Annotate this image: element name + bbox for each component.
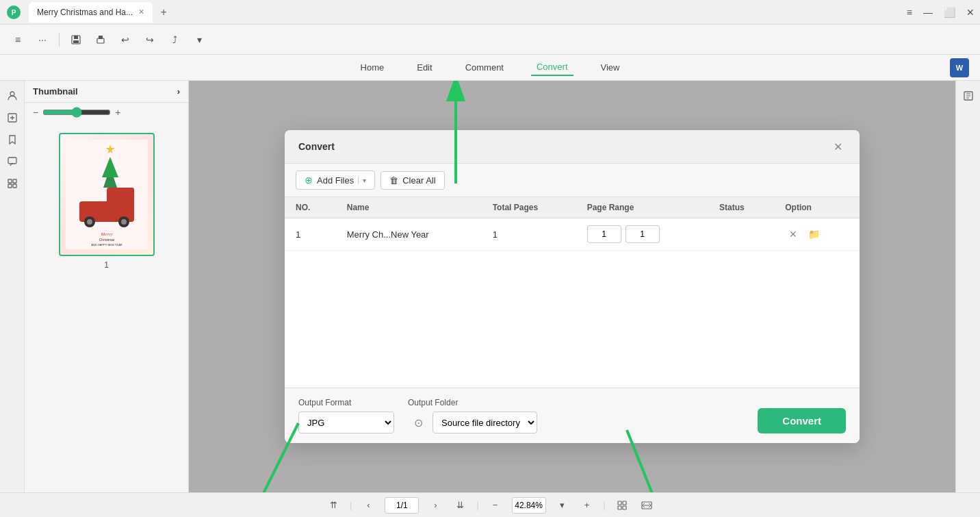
table-row: 1 Merry Ch...New Year 1 [285,218,860,251]
output-format-field: Output Format JPG PNG BMP TIFF [298,398,394,433]
output-folder-select[interactable]: Source file directory [433,412,537,433]
add-files-label: Add Files [317,175,354,186]
zoom-slider-container [42,107,111,118]
svg-text:AND HAPPY NEW YEAR: AND HAPPY NEW YEAR [91,243,122,247]
page-from-input[interactable] [587,225,621,243]
svg-rect-13 [8,184,12,188]
svg-point-21 [121,219,127,225]
svg-text:Merry: Merry [100,231,113,237]
maximize-button[interactable]: ⬜ [944,7,955,18]
svg-rect-7 [99,41,103,42]
sidebar-bookmark-icon[interactable] [3,130,22,149]
tab-title: Merry Christmas and Ha... [37,8,133,17]
modal-footer: Output Format JPG PNG BMP TIFF Output Fo… [285,388,860,443]
col-status: Status [708,197,774,218]
redo-button[interactable]: ↪ [140,30,159,49]
minimize-button[interactable]: — [923,7,933,18]
thumbnail-inner: Merry Christmas AND HAPPY NEW YEAR [60,134,153,255]
clear-all-button[interactable]: 🗑 Clear All [381,171,444,190]
menu-edit[interactable]: Edit [411,60,437,75]
last-page-button[interactable]: ⇊ [452,497,468,514]
thumbnail-item[interactable]: Merry Christmas AND HAPPY NEW YEAR 1 [59,133,155,270]
thumbnail-panel: Thumbnail › − + [25,81,189,492]
menu-home[interactable]: Home [355,60,390,75]
tab-close-icon[interactable]: ✕ [138,8,144,16]
col-page-range: Page Range [576,197,708,218]
output-folder-row: ⊙ Source file directory [408,412,537,433]
cell-name: Merry Ch...New Year [336,218,482,251]
content-area: Convert ✕ ⊕ Add Files ▾ 🗑 Clear All [189,81,955,492]
modal-header: Convert ✕ [285,130,860,164]
zoom-out-icon[interactable]: − [33,107,38,118]
sidebar-add-icon[interactable] [3,108,22,127]
svg-rect-6 [99,36,103,39]
folder-icon-button[interactable]: ⊙ [408,412,428,433]
clear-all-icon: 🗑 [389,175,398,186]
menu-comment[interactable]: Comment [460,60,509,75]
svg-rect-37 [618,506,621,509]
active-tab[interactable]: Merry Christmas and Ha... ✕ [29,2,153,23]
zoom-in-icon[interactable]: + [115,107,120,118]
page-input[interactable]: 1/1 [385,497,419,514]
svg-rect-3 [74,36,78,39]
right-sidebar [955,81,980,492]
svg-rect-4 [73,40,79,43]
svg-rect-11 [8,179,12,183]
print-button[interactable] [91,30,110,49]
sidebar-comment-icon[interactable] [3,152,22,171]
zoom-out-button[interactable]: − [487,497,504,514]
empty-table-area [285,251,860,388]
cell-page-range [576,218,708,251]
cell-total-pages: 1 [482,218,576,251]
fit-width-button[interactable] [639,497,655,514]
prev-page-button[interactable]: ‹ [360,497,376,514]
thumbnail-page-label: 1 [104,260,109,270]
word-icon: W [950,58,969,77]
footer-left: Output Format JPG PNG BMP TIFF Output Fo… [298,398,537,433]
hamburger-menu[interactable]: ≡ [8,30,27,49]
convert-modal: Convert ✕ ⊕ Add Files ▾ 🗑 Clear All [285,130,860,443]
menu-icon[interactable]: ≡ [907,7,912,18]
thumbnail-content: Merry Christmas AND HAPPY NEW YEAR 1 [25,122,188,492]
files-table: NO. Name Total Pages Page Range Status O… [285,197,860,251]
zoom-in-button[interactable]: + [579,497,595,514]
menu-view[interactable]: View [595,60,626,75]
app-logo: P [5,4,22,21]
sidebar-grid-icon[interactable] [3,174,22,193]
convert-button[interactable]: Convert [758,408,846,433]
fit-page-button[interactable] [614,497,630,514]
add-files-button[interactable]: ⊕ Add Files ▾ [296,171,375,190]
page-to-input[interactable] [626,225,660,243]
new-tab-button[interactable]: + [155,4,172,21]
more-options[interactable]: ··· [33,30,52,49]
thumbnail-header: Thumbnail › [25,81,188,103]
svg-rect-10 [8,157,16,164]
svg-rect-36 [623,501,626,505]
open-folder-button[interactable]: 📁 [804,227,824,241]
undo-button[interactable]: ↩ [116,30,135,49]
table-header-row: NO. Name Total Pages Page Range Status O… [285,197,860,218]
modal-close-button[interactable]: ✕ [829,138,846,155]
output-format-select[interactable]: JPG PNG BMP TIFF [298,412,394,433]
right-sidebar-icon-1[interactable] [959,86,978,105]
sidebar-user-icon[interactable] [3,86,22,105]
zoom-dropdown-button[interactable]: ▾ [554,497,571,514]
menu-convert[interactable]: Convert [531,59,573,76]
thumbnail-collapse-icon[interactable]: › [177,86,180,97]
zoom-slider[interactable] [42,107,111,118]
first-page-button[interactable]: ⇈ [325,497,341,514]
window-controls: ≡ — ⬜ ✕ [907,7,975,18]
col-total-pages: Total Pages [482,197,576,218]
delete-row-button[interactable]: ✕ [785,227,801,241]
close-button[interactable]: ✕ [966,7,975,18]
save-button[interactable] [66,30,86,49]
next-page-button[interactable]: › [427,497,443,514]
dropdown-button[interactable]: ▾ [190,30,209,49]
share-button[interactable]: ⤴ [165,30,184,49]
zoom-input[interactable] [512,497,546,514]
col-name: Name [336,197,482,218]
add-files-dropdown-icon[interactable]: ▾ [358,177,366,184]
col-no: NO. [285,197,336,218]
tab-area: P Merry Christmas and Ha... ✕ + [5,2,172,23]
output-folder-label: Output Folder [408,398,537,407]
